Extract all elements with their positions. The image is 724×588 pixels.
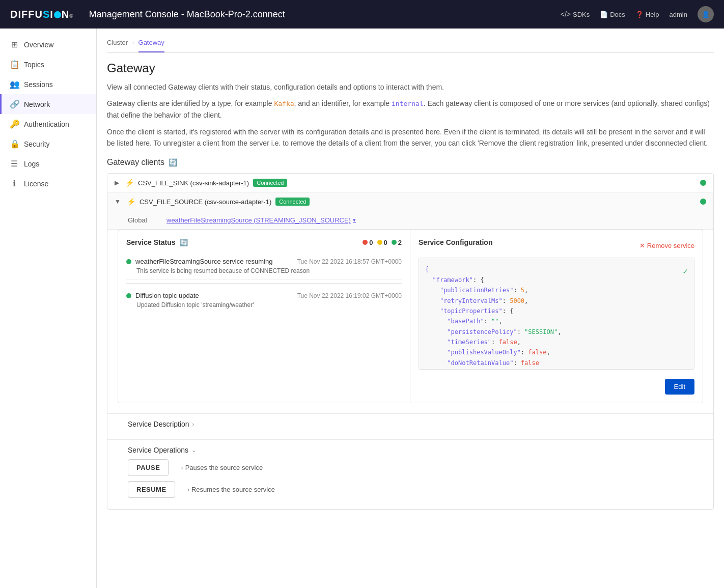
- key-icon: 🔑: [10, 119, 19, 129]
- global-row: Global weatherFileStreamingSource (STREA…: [107, 211, 713, 230]
- service-config-panel: Service Configuration ✕ Remove service ✓…: [410, 230, 703, 403]
- red-counter: 0: [363, 239, 373, 246]
- admin-label: admin: [670, 11, 687, 18]
- kafka-code: Kafka: [274, 100, 294, 107]
- service-panel: Service Status 🔄 0 0: [118, 230, 703, 403]
- expand-icon-csv-source[interactable]: ▼: [115, 198, 121, 205]
- logo: DIFFUSION®: [10, 9, 74, 20]
- sidebar-item-security[interactable]: 🔒 Security: [0, 134, 96, 154]
- sidebar-item-logs[interactable]: ☰ Logs: [0, 154, 96, 174]
- green-counter: 2: [392, 239, 402, 246]
- sidebar-item-sessions[interactable]: 👥 Sessions: [0, 74, 96, 94]
- main-content: Cluster › Gateway Gateway View all conne…: [97, 29, 724, 588]
- service-operations-title[interactable]: Service Operations ⌄: [128, 446, 693, 454]
- status-divider: [126, 283, 402, 284]
- sidebar-item-authentication[interactable]: 🔑 Authentication: [0, 114, 96, 134]
- client-badge-csv-sink: Connected: [253, 179, 287, 187]
- header-title: Management Console - MacBook-Pro-2.conne…: [89, 9, 561, 20]
- remove-service-link[interactable]: ✕ Remove service: [639, 242, 694, 249]
- dropdown-icon: ▾: [353, 217, 356, 223]
- gateway-clients-list: ▶ ⚡ CSV_FILE_SINK (csv-sink-adapter-1) C…: [107, 173, 714, 510]
- page-desc2: Gateway clients are identified by a type…: [107, 98, 714, 121]
- client-row-csv-source[interactable]: ▼ ⚡ CSV_FILE_SOURCE (csv-source-adapter-…: [107, 192, 713, 211]
- status-dot-csv-sink: [700, 180, 706, 186]
- yellow-dot: [377, 240, 382, 245]
- logs-icon: ☰: [10, 159, 19, 169]
- grid-icon: ⊞: [10, 40, 19, 49]
- chevron-right-small-2: ›: [187, 486, 189, 493]
- topics-icon: 📋: [10, 60, 19, 69]
- docs-link[interactable]: 📄 Docs: [600, 11, 625, 18]
- service-refresh-icon[interactable]: 🔄: [180, 239, 188, 246]
- edit-button[interactable]: Edit: [665, 379, 694, 395]
- breadcrumb-gateway[interactable]: Gateway: [138, 39, 164, 52]
- chevron-right-icon: ›: [192, 421, 194, 427]
- doc-icon: 📄: [600, 11, 608, 18]
- green-dot: [392, 240, 397, 245]
- header: DIFFUSION® Management Console - MacBook-…: [0, 0, 724, 29]
- resume-desc: › Resumes the source service: [187, 486, 275, 493]
- service-operations-section: Service Operations ⌄ PAUSE › Pauses the …: [107, 439, 713, 509]
- config-header: Service Configuration ✕ Remove service: [419, 238, 694, 253]
- service-link[interactable]: weatherFileStreamingSource (STREAMING_JS…: [166, 216, 356, 224]
- sidebar-item-network[interactable]: 🔗 Network: [0, 94, 96, 114]
- service-status-title: Service Status 🔄 0 0: [126, 238, 402, 246]
- remove-icon: ✕: [639, 242, 645, 249]
- breadcrumb: Cluster › Gateway: [107, 39, 714, 53]
- chevron-down-icon: ⌄: [191, 447, 196, 454]
- client-badge-csv-source: Connected: [275, 198, 310, 206]
- bolt-icon: ⚡: [125, 179, 134, 187]
- global-label: Global: [128, 216, 158, 224]
- expand-icon-csv-sink[interactable]: ▶: [115, 179, 119, 186]
- chevron-right-small: ›: [181, 464, 183, 471]
- bolt-icon-2: ⚡: [127, 198, 135, 206]
- event-desc-1: This service is being resumed because of…: [126, 267, 402, 274]
- service-description-title[interactable]: Service Description ›: [128, 420, 693, 428]
- yellow-counter: 0: [377, 239, 387, 246]
- event-dot-2: [126, 293, 131, 298]
- status-event-1: weatherFileStreamingSource service resum…: [126, 253, 402, 280]
- sidebar-item-overview[interactable]: ⊞ Overview: [0, 35, 96, 54]
- sdks-link[interactable]: </> SDKs: [561, 10, 590, 18]
- network-icon: 🔗: [10, 99, 19, 109]
- page-desc1: View all connected Gateway clients with …: [107, 81, 714, 93]
- code-icon: </>: [561, 10, 571, 18]
- pause-desc: › Pauses the source service: [181, 464, 263, 471]
- client-row-csv-sink[interactable]: ▶ ⚡ CSV_FILE_SINK (csv-sink-adapter-1) C…: [107, 174, 713, 192]
- sidebar: ⊞ Overview 📋 Topics 👥 Sessions 🔗 Network…: [0, 29, 97, 588]
- breadcrumb-cluster[interactable]: Cluster: [107, 39, 128, 46]
- event-dot-1: [126, 259, 131, 264]
- info-icon: ℹ: [10, 179, 19, 188]
- gateway-clients-title: Gateway clients 🔄: [107, 158, 714, 167]
- help-link[interactable]: ❓ Help: [635, 11, 659, 18]
- refresh-icon[interactable]: 🔄: [169, 158, 177, 166]
- page-desc3: Once the client is started, it's registe…: [107, 126, 714, 149]
- resume-button[interactable]: RESUME: [128, 481, 175, 498]
- service-description-section: Service Description ›: [107, 413, 713, 439]
- red-dot: [363, 240, 368, 245]
- pause-button[interactable]: PAUSE: [128, 459, 169, 476]
- lock-icon: 🔒: [10, 139, 19, 149]
- event-desc-2: Updated Diffusion topic 'streaming/weath…: [126, 301, 402, 309]
- service-config-title: Service Configuration: [419, 238, 492, 246]
- sidebar-item-license[interactable]: ℹ License: [0, 174, 96, 193]
- sessions-icon: 👥: [10, 79, 19, 89]
- internal-code: internal: [392, 100, 424, 107]
- layout: ⊞ Overview 📋 Topics 👥 Sessions 🔗 Network…: [0, 29, 724, 588]
- client-name-csv-source: CSV_FILE_SOURCE (csv-source-adapter-1): [140, 198, 271, 206]
- status-counters: 0 0 2: [363, 239, 402, 246]
- help-icon: ❓: [635, 11, 644, 18]
- client-name-csv-sink: CSV_FILE_SINK (csv-sink-adapter-1): [138, 179, 249, 187]
- op-row-pause: PAUSE › Pauses the source service: [128, 459, 693, 476]
- user-avatar[interactable]: 👤: [698, 6, 714, 22]
- sidebar-item-topics[interactable]: 📋 Topics: [0, 54, 96, 74]
- status-dot-csv-source: [700, 199, 706, 205]
- header-actions: </> SDKs 📄 Docs ❓ Help admin 👤: [561, 6, 714, 22]
- op-row-resume: RESUME › Resumes the source service: [128, 481, 693, 498]
- check-icon: ✓: [683, 264, 688, 278]
- client-csv-source: ▼ ⚡ CSV_FILE_SOURCE (csv-source-adapter-…: [107, 192, 713, 509]
- service-config-code: ✓ { "framework": { "publicationRetries":…: [419, 258, 694, 370]
- service-status-panel: Service Status 🔄 0 0: [118, 230, 410, 403]
- status-event-2: Diffusion topic update Tue Nov 22 2022 1…: [126, 287, 402, 314]
- page-title: Gateway: [107, 61, 714, 75]
